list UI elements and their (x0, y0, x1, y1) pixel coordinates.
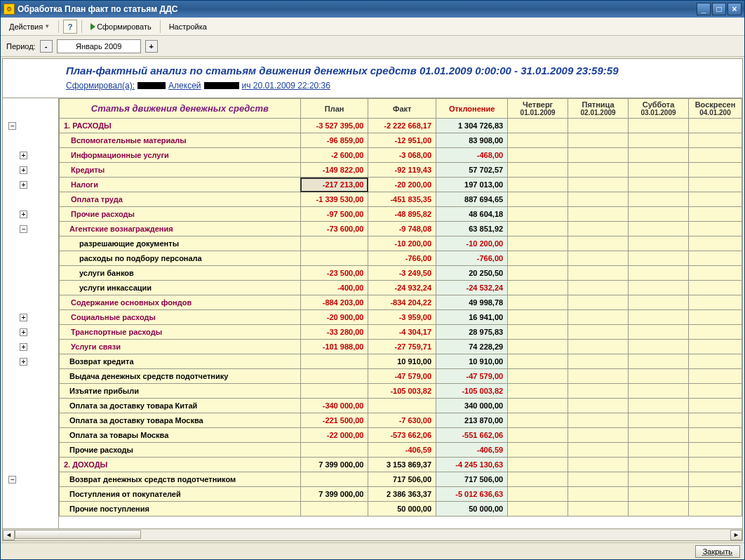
cell-article[interactable]: Возврат денежных средств подотчетником (60, 472, 301, 487)
cell-day[interactable] (508, 119, 568, 133)
cell-day[interactable] (508, 281, 568, 295)
period-input[interactable] (57, 39, 141, 53)
cell-day[interactable] (629, 428, 689, 443)
expand-icon[interactable]: + (20, 152, 27, 159)
table-row[interactable]: Информационные услуги-2 600,00-3 068,00-… (60, 148, 742, 163)
cell-day[interactable] (629, 133, 689, 148)
cell-day[interactable] (629, 148, 689, 163)
cell-day[interactable] (568, 428, 629, 443)
cell-day[interactable] (568, 369, 629, 384)
cell-plan[interactable] (300, 251, 368, 266)
cell-plan[interactable]: -20 900,00 (300, 310, 368, 325)
cell-day[interactable] (568, 413, 629, 428)
cell-article[interactable]: Оплата за доставку товара Китай (60, 399, 301, 413)
scroll-right-button[interactable]: ► (730, 530, 742, 540)
table-row[interactable]: Изъятие прибыли-105 003,82-105 003,82 (60, 384, 742, 399)
cell-day[interactable] (508, 502, 568, 516)
cell-day[interactable] (508, 163, 568, 178)
cell-day[interactable] (629, 295, 689, 310)
cell-day[interactable] (629, 458, 689, 472)
cell-day[interactable] (629, 192, 689, 207)
settings-button[interactable]: Настройка (165, 21, 211, 32)
cell-day[interactable] (508, 178, 568, 192)
col-deviation[interactable]: Отклонение (436, 99, 508, 119)
cell-day[interactable] (568, 236, 629, 251)
cell-deviation[interactable]: 717 506,00 (436, 472, 508, 487)
cell-fact[interactable]: -24 932,24 (368, 281, 436, 295)
cell-day[interactable] (508, 222, 568, 236)
maximize-button[interactable]: □ (712, 3, 726, 15)
table-row[interactable]: 1. РАСХОДЫ-3 527 395,00-2 222 668,171 30… (60, 119, 742, 133)
cell-day[interactable] (568, 119, 629, 133)
cell-day[interactable] (568, 354, 629, 369)
period-next-button[interactable]: + (145, 40, 158, 53)
collapse-icon[interactable]: − (8, 476, 16, 484)
cell-day[interactable] (508, 487, 568, 502)
col-plan[interactable]: План (300, 99, 368, 119)
cell-plan[interactable]: -149 822,00 (300, 163, 368, 178)
cell-day[interactable] (629, 281, 689, 295)
cell-day[interactable] (629, 340, 689, 354)
cell-article[interactable]: Содержание основных фондов (60, 295, 301, 310)
cell-article[interactable]: услуги банков (60, 266, 301, 281)
cell-plan[interactable]: -2 600,00 (300, 148, 368, 163)
cell-day[interactable] (508, 310, 568, 325)
table-row[interactable]: Агентские вознаграждения-73 600,00-9 748… (60, 222, 742, 236)
cell-fact[interactable]: -573 662,06 (368, 428, 436, 443)
cell-day[interactable] (568, 472, 629, 487)
cell-day[interactable] (688, 487, 741, 502)
cell-deviation[interactable]: 83 908,00 (436, 133, 508, 148)
table-row[interactable]: Кредиты-149 822,00-92 119,4357 702,57 (60, 163, 742, 178)
cell-deviation[interactable]: -24 532,24 (436, 281, 508, 295)
cell-deviation[interactable]: 213 870,00 (436, 413, 508, 428)
cell-deviation[interactable]: -4 245 130,63 (436, 458, 508, 472)
cell-plan[interactable] (300, 354, 368, 369)
cell-plan[interactable] (300, 502, 368, 516)
cell-day[interactable] (688, 266, 741, 281)
collapse-icon[interactable]: − (8, 122, 16, 130)
cell-fact[interactable]: -48 895,82 (368, 207, 436, 222)
cell-day[interactable] (568, 222, 629, 236)
cell-day[interactable] (508, 251, 568, 266)
cell-day[interactable] (629, 119, 689, 133)
cell-fact[interactable]: 3 153 869,37 (368, 458, 436, 472)
col-day-1[interactable]: Четверг01.01.2009 (508, 99, 568, 119)
horizontal-scrollbar[interactable]: ◄ ► (3, 528, 742, 540)
cell-article[interactable]: Прочие расходы (60, 207, 301, 222)
cell-day[interactable] (568, 502, 629, 516)
cell-article[interactable]: Транспортные расходы (60, 325, 301, 340)
minimize-button[interactable]: _ (697, 3, 711, 15)
cell-day[interactable] (629, 222, 689, 236)
cell-day[interactable] (629, 369, 689, 384)
cell-deviation[interactable]: 10 910,00 (436, 354, 508, 369)
cell-fact[interactable]: -3 249,50 (368, 266, 436, 281)
expand-icon[interactable]: + (20, 328, 27, 336)
cell-article[interactable]: Налоги (60, 178, 301, 192)
cell-article[interactable]: 2. ДОХОДЫ (60, 458, 301, 472)
cell-deviation[interactable]: 340 000,00 (436, 399, 508, 413)
cell-fact[interactable]: 10 910,00 (368, 354, 436, 369)
cell-deviation[interactable]: -47 579,00 (436, 369, 508, 384)
cell-plan[interactable]: -1 339 530,00 (300, 192, 368, 207)
cell-day[interactable] (568, 487, 629, 502)
cell-day[interactable] (508, 266, 568, 281)
cell-day[interactable] (629, 207, 689, 222)
cell-fact[interactable]: -12 951,00 (368, 133, 436, 148)
cell-plan[interactable]: -217 213,00 (300, 178, 368, 192)
cell-day[interactable] (629, 236, 689, 251)
cell-deviation[interactable]: 49 998,78 (436, 295, 508, 310)
col-day-2[interactable]: Пятница02.01.2009 (568, 99, 629, 119)
table-row[interactable]: Поступления от покупателей7 399 000,002 … (60, 487, 742, 502)
cell-fact[interactable]: -47 579,00 (368, 369, 436, 384)
cell-day[interactable] (568, 443, 629, 458)
expand-icon[interactable]: + (20, 314, 27, 321)
cell-article[interactable]: Оплата за доставку товара Москва (60, 413, 301, 428)
cell-day[interactable] (688, 325, 741, 340)
cell-day[interactable] (629, 354, 689, 369)
cell-day[interactable] (688, 178, 741, 192)
expand-icon[interactable]: + (20, 181, 27, 189)
cell-day[interactable] (508, 472, 568, 487)
cell-day[interactable] (688, 443, 741, 458)
cell-deviation[interactable]: 28 975,83 (436, 325, 508, 340)
cell-day[interactable] (629, 487, 689, 502)
